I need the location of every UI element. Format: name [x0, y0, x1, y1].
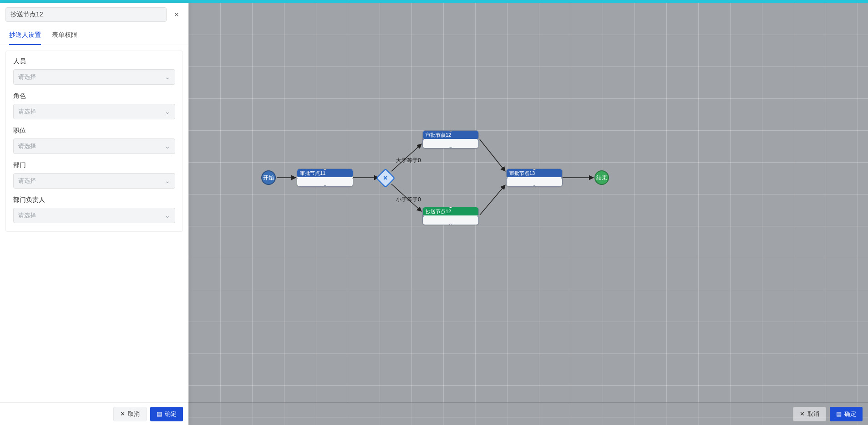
edge-label-lte0: 小于等于0	[394, 195, 423, 205]
node-title-input[interactable]	[5, 7, 167, 22]
panel-card: 人员 请选择 ⌄ 角色 请选择 ⌄ 职位 请选择 ⌄	[5, 51, 183, 232]
node-port[interactable]	[533, 185, 536, 187]
select-placeholder: 请选择	[18, 108, 36, 116]
field-label: 部门负责人	[13, 196, 175, 204]
canvas-footer: ✕ 取消 ▤ 确定	[188, 402, 868, 425]
close-icon: ✕	[120, 410, 125, 417]
node-port[interactable]	[449, 130, 452, 132]
button-label: 取消	[128, 410, 140, 418]
svg-line-5	[480, 185, 505, 215]
tab-cc-settings[interactable]: 抄送人设置	[9, 26, 41, 45]
select-placeholder: 请选择	[18, 177, 36, 185]
form-group-position: 职位 请选择 ⌄	[13, 127, 175, 154]
form-group-person: 人员 请选择 ⌄	[13, 57, 175, 85]
node-port[interactable]	[449, 224, 452, 225]
flow-end-node[interactable]: 结束	[594, 170, 609, 185]
node-port[interactable]	[477, 138, 479, 141]
node-port[interactable]	[352, 176, 353, 179]
flow-node-approve12[interactable]: 审批节点12	[422, 130, 479, 148]
dept-leader-select[interactable]: 请选择 ⌄	[13, 208, 175, 223]
panel-tabs: 抄送人设置 表单权限	[0, 26, 188, 45]
flow-edges	[188, 3, 868, 425]
tab-form-permission[interactable]: 表单权限	[52, 26, 77, 45]
node-title: 审批节点13	[507, 169, 562, 177]
canvas-cancel-button[interactable]: ✕ 取消	[793, 407, 826, 421]
panel-footer: ✕ 取消 ▤ 确定	[0, 402, 188, 425]
button-label: 取消	[807, 410, 819, 418]
node-port[interactable]	[422, 138, 424, 141]
department-select[interactable]: 请选择 ⌄	[13, 173, 175, 189]
node-port[interactable]	[506, 176, 508, 179]
flow-node-approve11[interactable]: 审批节点11	[297, 169, 353, 187]
node-port[interactable]	[449, 147, 452, 148]
node-settings-panel: ✕ 抄送人设置 表单权限 人员 请选择 ⌄ 角色 请选择 ⌄	[0, 3, 188, 425]
flow-start-label: 开始	[263, 174, 274, 182]
form-group-department: 部门 请选择 ⌄	[13, 161, 175, 189]
button-label: 确定	[844, 410, 856, 418]
field-label: 职位	[13, 127, 175, 135]
node-port[interactable]	[297, 176, 298, 179]
node-port[interactable]	[477, 215, 479, 217]
field-label: 角色	[13, 92, 175, 100]
form-group-dept-leader: 部门负责人 请选择 ⌄	[13, 196, 175, 223]
node-title: 抄送节点12	[423, 207, 478, 215]
panel-body: 人员 请选择 ⌄ 角色 请选择 ⌄ 职位 请选择 ⌄	[0, 45, 188, 402]
chevron-down-icon: ⌄	[165, 212, 170, 219]
position-select[interactable]: 请选择 ⌄	[13, 138, 175, 154]
save-icon: ▤	[157, 410, 162, 417]
node-port[interactable]	[324, 169, 326, 170]
tab-label: 抄送人设置	[9, 31, 41, 38]
node-port[interactable]	[324, 185, 326, 187]
chevron-down-icon: ⌄	[165, 108, 170, 115]
node-title: 审批节点11	[297, 169, 353, 177]
field-label: 部门	[13, 161, 175, 169]
person-select[interactable]: 请选择 ⌄	[13, 69, 175, 85]
close-icon: ✕	[174, 11, 179, 18]
gateway-x-icon: ×	[383, 174, 387, 182]
chevron-down-icon: ⌄	[165, 177, 170, 184]
canvas-confirm-button[interactable]: ▤ 确定	[830, 407, 863, 421]
role-select[interactable]: 请选择 ⌄	[13, 104, 175, 119]
panel-close-button[interactable]: ✕	[170, 8, 183, 21]
flow-end-label: 结束	[596, 174, 607, 182]
node-port[interactable]	[449, 207, 452, 208]
node-port[interactable]	[422, 215, 424, 217]
form-group-role: 角色 请选择 ⌄	[13, 92, 175, 119]
flow-node-approve13[interactable]: 审批节点13	[506, 169, 563, 187]
node-title: 审批节点12	[423, 131, 478, 139]
node-port[interactable]	[561, 176, 563, 179]
select-placeholder: 请选择	[18, 142, 36, 150]
close-icon: ✕	[800, 410, 805, 417]
panel-confirm-button[interactable]: ▤ 确定	[150, 407, 183, 421]
field-label: 人员	[13, 57, 175, 66]
panel-cancel-button[interactable]: ✕ 取消	[113, 407, 147, 421]
flow-node-cc12[interactable]: 抄送节点12	[422, 207, 479, 225]
edge-label-gte0: 大于等于0	[394, 156, 423, 165]
button-label: 确定	[165, 410, 177, 418]
tab-label: 表单权限	[52, 31, 77, 38]
save-icon: ▤	[836, 410, 842, 417]
canvas-layer[interactable]: 开始 审批节点11 × 大于等于0 小于等于0 审批节点12 抄送节点12	[188, 3, 868, 425]
panel-header: ✕	[0, 3, 188, 26]
select-placeholder: 请选择	[18, 211, 36, 220]
select-placeholder: 请选择	[18, 73, 36, 81]
chevron-down-icon: ⌄	[165, 143, 170, 150]
svg-line-4	[480, 139, 505, 171]
node-port[interactable]	[533, 169, 536, 170]
chevron-down-icon: ⌄	[165, 73, 170, 81]
flow-start-node[interactable]: 开始	[261, 170, 276, 185]
